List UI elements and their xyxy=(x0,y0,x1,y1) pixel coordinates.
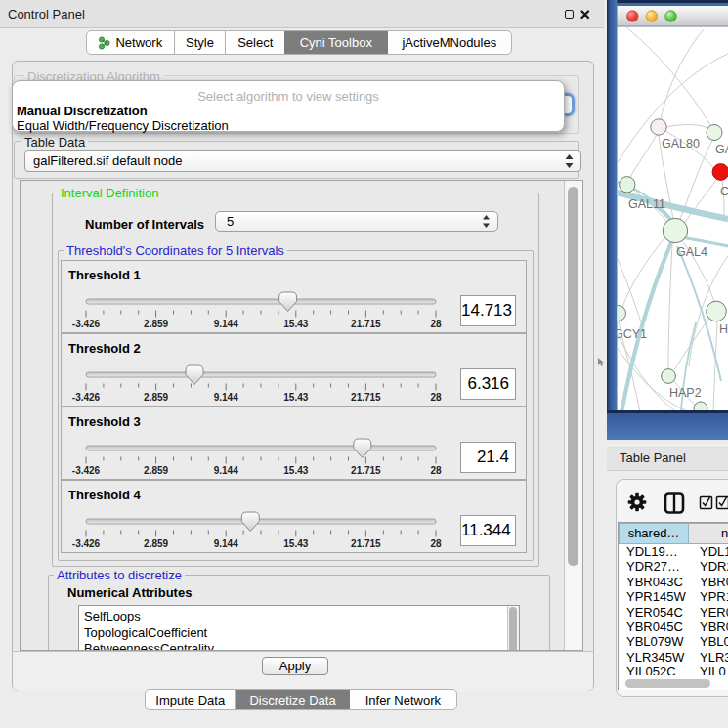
svg-text:GAL11: GAL11 xyxy=(628,197,665,211)
svg-text:15.43: 15.43 xyxy=(283,538,308,549)
svg-text:HAP2: HAP2 xyxy=(669,386,702,400)
svg-text:9.144: 9.144 xyxy=(214,538,238,549)
svg-text:GCY1: GCY1 xyxy=(614,327,647,341)
svg-text:28: 28 xyxy=(430,538,442,549)
svg-text:9.144: 9.144 xyxy=(214,392,238,403)
svg-text:GAL4: GAL4 xyxy=(676,245,707,259)
svg-text:2.859: 2.859 xyxy=(144,465,168,476)
svg-text:15.43: 15.43 xyxy=(283,465,308,476)
svg-text:2.859: 2.859 xyxy=(144,319,168,329)
svg-text:-3.426: -3.426 xyxy=(72,538,101,549)
svg-text:-3.426: -3.426 xyxy=(72,392,101,403)
svg-text:GAL80: GAL80 xyxy=(662,137,700,150)
svg-text:15.43: 15.43 xyxy=(283,392,308,403)
svg-text:2.859: 2.859 xyxy=(144,392,168,403)
svg-text:28: 28 xyxy=(430,392,442,403)
svg-text:2.859: 2.859 xyxy=(144,538,168,549)
svg-text:21.715: 21.715 xyxy=(351,538,381,549)
svg-text:-3.426: -3.426 xyxy=(72,319,101,329)
svg-text:28: 28 xyxy=(430,465,442,476)
svg-text:H: H xyxy=(719,322,728,336)
svg-text:9.144: 9.144 xyxy=(214,465,238,476)
svg-text:-3.426: -3.426 xyxy=(72,465,101,476)
svg-text:21.715: 21.715 xyxy=(351,319,381,329)
svg-text:21.715: 21.715 xyxy=(351,392,381,403)
svg-text:GA: GA xyxy=(715,143,728,156)
svg-text:28: 28 xyxy=(430,319,442,329)
svg-text:15.43: 15.43 xyxy=(283,319,308,329)
svg-text:9.144: 9.144 xyxy=(214,319,238,329)
svg-text:C: C xyxy=(720,185,728,198)
svg-text:21.715: 21.715 xyxy=(351,465,381,476)
